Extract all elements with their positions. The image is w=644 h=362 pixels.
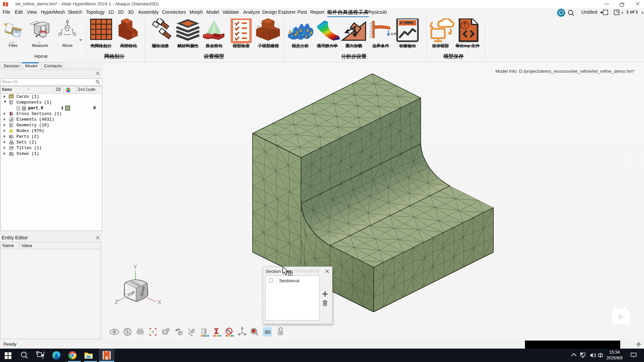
svg-text:Z: Z (115, 299, 118, 305)
svg-text:位移: 位移 (390, 32, 396, 36)
svg-text:Y: Y (133, 265, 137, 270)
svg-text:3D: 3D (264, 329, 271, 335)
svg-text:X: X (158, 299, 161, 305)
